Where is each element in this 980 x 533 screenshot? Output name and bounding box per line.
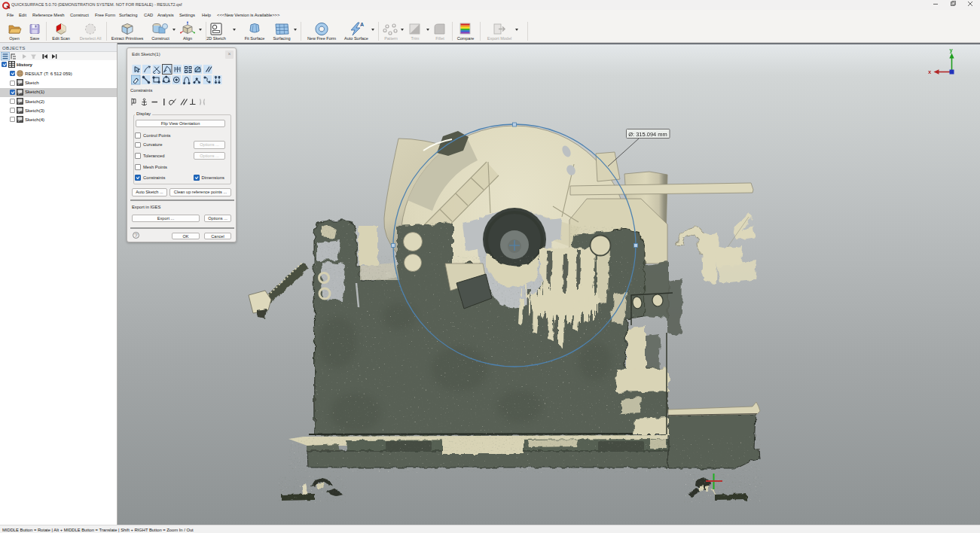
svg-text:Ø: 315.094 mm: Ø: 315.094 mm xyxy=(628,131,667,138)
svg-text:A: A xyxy=(360,22,364,27)
svg-text:y: y xyxy=(950,47,954,53)
svg-text:x: x xyxy=(928,69,932,75)
